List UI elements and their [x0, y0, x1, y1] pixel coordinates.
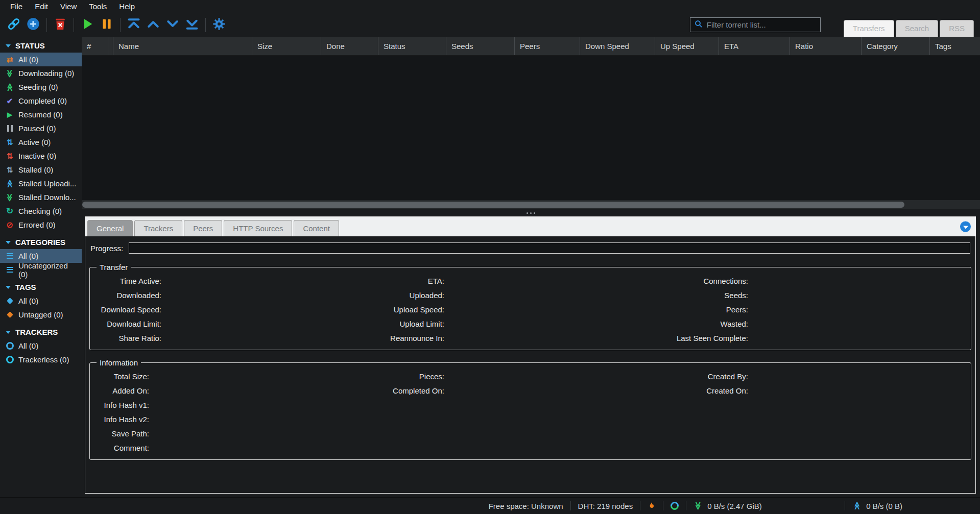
column-seeds[interactable]: Seeds — [446, 37, 515, 55]
column-category[interactable]: Category — [862, 37, 930, 55]
download-speed-label: Download Speed: — [93, 305, 161, 314]
column-tags[interactable]: Tags — [930, 37, 980, 55]
sidebar-item-checking[interactable]: Checking (0) — [0, 204, 82, 218]
filter-torrent-input[interactable] — [707, 20, 817, 29]
menu-help[interactable]: Help — [113, 1, 141, 12]
sidebar-item-stalled-downloading[interactable]: Stalled Downlo... — [0, 190, 82, 204]
column-up-speed[interactable]: Up Speed — [655, 37, 719, 55]
tab-peers[interactable]: Peers — [184, 220, 222, 236]
move-bottom-icon — [184, 16, 200, 33]
options-button[interactable] — [209, 15, 229, 35]
column-number[interactable]: # — [82, 37, 108, 55]
torrent-link-icon — [6, 16, 21, 33]
column-down-speed[interactable]: Down Speed — [580, 37, 655, 55]
sidebar-item-tags-all[interactable]: All (0) — [0, 294, 82, 308]
seeding-icon — [5, 83, 14, 92]
toolbar: Transfers Search RSS — [0, 13, 980, 37]
upload-arrow-icon — [852, 501, 862, 510]
download-speed-widget[interactable]: 0 B/s (2.47 GiB) — [694, 501, 838, 510]
menu-view[interactable]: View — [54, 1, 83, 12]
statusbar-separator — [640, 501, 640, 510]
transfer-legend: Transfer — [97, 263, 131, 272]
upload-speed-widget[interactable]: 0 B/s (0 B) — [852, 501, 902, 510]
sidebar-item-label: Seeding (0) — [18, 83, 58, 91]
menu-tools[interactable]: Tools — [83, 1, 113, 12]
chevron-down-icon — [6, 241, 11, 244]
menu-file[interactable]: File — [4, 1, 29, 12]
sidebar-item-resumed[interactable]: Resumed (0) — [0, 108, 82, 121]
connections-label: Connections: — [600, 277, 748, 285]
free-space-label: Free space: Unknown — [489, 502, 563, 510]
sidebar-section-categories[interactable]: CATEGORIES — [0, 235, 82, 249]
sidebar-item-stalled[interactable]: Stalled (0) — [0, 163, 82, 177]
add-torrent-link-button[interactable] — [4, 15, 23, 35]
sidebar-item-trackerless[interactable]: Trackerless (0) — [0, 353, 82, 366]
toolbar-separator — [205, 18, 206, 32]
tab-rss[interactable]: RSS — [940, 20, 974, 37]
column-done[interactable]: Done — [321, 37, 378, 55]
tab-trackers[interactable]: Trackers — [134, 220, 182, 236]
statusbar-separator — [686, 501, 686, 510]
sidebar-item-label: Completed (0) — [18, 96, 67, 105]
sidebar-item-inactive[interactable]: Inactive (0) — [0, 149, 82, 163]
column-status[interactable]: Status — [378, 37, 446, 55]
resume-button[interactable] — [78, 15, 97, 35]
sidebar-item-downloading[interactable]: Downloading (0) — [0, 66, 82, 80]
sidebar-item-seeding[interactable]: Seeding (0) — [0, 80, 82, 94]
move-bottom-button[interactable] — [182, 15, 202, 35]
menu-edit[interactable]: Edit — [29, 1, 54, 12]
column-icon[interactable] — [108, 37, 113, 55]
tab-http-sources[interactable]: HTTP Sources — [224, 220, 292, 236]
transfer-fieldset: Transfer Time Active: ETA: Connections: … — [89, 263, 971, 350]
move-up-button[interactable] — [144, 15, 163, 35]
horizontal-scrollbar[interactable] — [82, 200, 980, 209]
alt-speed-button[interactable] — [671, 502, 679, 510]
column-ratio[interactable]: Ratio — [790, 37, 862, 55]
sidebar-section-tags[interactable]: TAGS — [0, 280, 82, 294]
statusbar-separator — [570, 501, 571, 510]
sidebar-item-label: Paused (0) — [18, 124, 56, 133]
tab-overflow-button[interactable] — [960, 222, 971, 232]
category-list-icon — [5, 265, 14, 275]
sidebar-item-status-all[interactable]: All (0) — [0, 53, 82, 66]
dht-nodes-label: DHT: 219 nodes — [578, 502, 633, 510]
move-down-button[interactable] — [163, 15, 182, 35]
tab-transfers[interactable]: Transfers — [844, 20, 894, 37]
save-path-label: Save Path: — [93, 429, 149, 438]
info-hash-v1-label: Info Hash v1: — [93, 401, 149, 409]
column-name[interactable]: Name — [113, 37, 252, 55]
column-eta[interactable]: ETA — [719, 37, 790, 55]
upload-limit-label: Upload Limit: — [317, 320, 444, 328]
sidebar-item-uncategorized[interactable]: Uncategorized (0) — [0, 263, 82, 277]
column-size[interactable]: Size — [252, 37, 321, 55]
add-torrent-file-button[interactable] — [23, 15, 43, 35]
delete-button[interactable] — [51, 15, 70, 35]
sidebar-item-stalled-uploading[interactable]: Stalled Uploadi... — [0, 177, 82, 190]
panel-splitter[interactable] — [82, 209, 980, 216]
move-up-icon — [146, 16, 161, 33]
sidebar-section-status[interactable]: STATUS — [0, 39, 82, 53]
status-bar: Free space: Unknown DHT: 219 nodes 0 B/s… — [0, 497, 980, 514]
progress-row: Progress: — [89, 241, 971, 255]
sidebar-item-untagged[interactable]: Untagged (0) — [0, 308, 82, 322]
sidebar-item-active[interactable]: Active (0) — [0, 135, 82, 149]
connection-status-button[interactable] — [648, 501, 656, 511]
sidebar-item-paused[interactable]: Paused (0) — [0, 121, 82, 135]
info-hash-v2-label: Info Hash v2: — [93, 415, 149, 424]
scrollbar-handle[interactable] — [82, 202, 904, 208]
tab-search[interactable]: Search — [896, 20, 939, 37]
sidebar-item-errored[interactable]: Errored (0) — [0, 218, 82, 232]
sidebar-section-trackers[interactable]: TRACKERS — [0, 325, 82, 339]
move-down-icon — [165, 16, 180, 33]
toolbar-separator — [74, 18, 74, 32]
pause-button[interactable] — [97, 15, 116, 35]
sidebar-item-trackers-all[interactable]: All (0) — [0, 339, 82, 353]
tab-general[interactable]: General — [87, 220, 133, 236]
sidebar-gap — [0, 232, 82, 235]
move-top-button[interactable] — [124, 15, 144, 35]
column-peers[interactable]: Peers — [515, 37, 580, 55]
tab-content[interactable]: Content — [294, 220, 339, 236]
sidebar-gap — [0, 322, 82, 325]
errored-icon — [5, 221, 14, 230]
sidebar-item-completed[interactable]: Completed (0) — [0, 94, 82, 108]
